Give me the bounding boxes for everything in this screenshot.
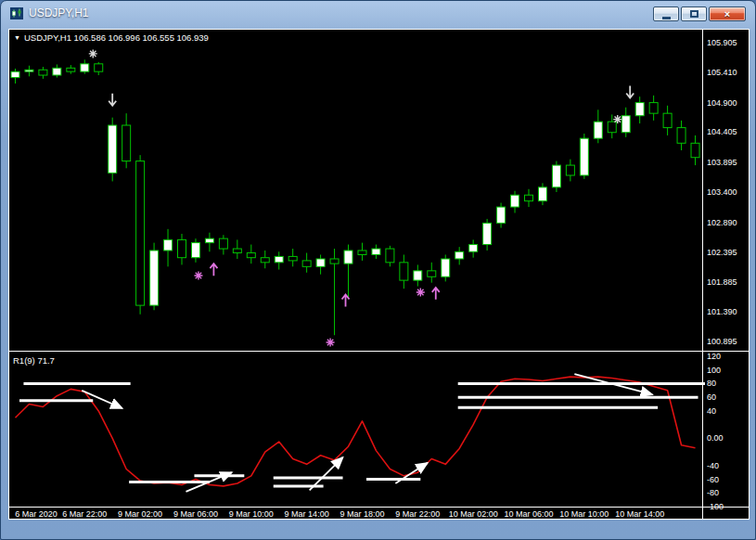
- svg-text:10 Mar 10:00: 10 Mar 10:00: [559, 509, 609, 519]
- star-signal-icon: [416, 288, 425, 296]
- svg-text:104.405: 104.405: [707, 127, 737, 136]
- minimize-button[interactable]: [653, 6, 679, 21]
- svg-text:9 Mar 22:00: 9 Mar 22:00: [395, 509, 440, 519]
- symbol-dropdown-arrow-icon[interactable]: ▼: [14, 34, 20, 41]
- svg-text:100: 100: [707, 366, 721, 375]
- minimize-icon: [662, 17, 671, 19]
- svg-text:6 Mar 2020: 6 Mar 2020: [15, 509, 58, 519]
- window-titlebar[interactable]: USDJPY,H1 ×: [1, 1, 755, 29]
- svg-text:103.895: 103.895: [707, 158, 737, 167]
- window-title: USDJPY,H1: [29, 6, 88, 19]
- svg-text:105.410: 105.410: [707, 68, 737, 77]
- svg-text:-60: -60: [707, 475, 719, 484]
- svg-text:-100: -100: [707, 502, 724, 511]
- svg-text:-80: -80: [707, 488, 719, 497]
- chart-window-icon: [10, 7, 23, 19]
- svg-text:102.395: 102.395: [707, 248, 737, 257]
- svg-text:104.900: 104.900: [707, 98, 737, 108]
- svg-text:-40: -40: [707, 461, 719, 470]
- svg-text:60: 60: [707, 392, 716, 402]
- maximize-icon: [690, 10, 698, 18]
- svg-text:10 Mar 14:00: 10 Mar 14:00: [615, 509, 664, 519]
- svg-text:80: 80: [707, 379, 716, 388]
- svg-text:120: 120: [707, 352, 721, 361]
- svg-text:103.400: 103.400: [707, 187, 737, 197]
- close-icon: ×: [724, 9, 730, 19]
- star-signal-icon: [89, 49, 97, 58]
- svg-text:40: 40: [707, 406, 716, 416]
- chart-canvas[interactable]: 105.905105.410104.900104.405103.895103.4…: [8, 29, 750, 520]
- mt4-chart-window: USDJPY,H1 × 105.905105.410104.900104.405…: [0, 0, 756, 540]
- close-button[interactable]: ×: [709, 6, 746, 21]
- svg-text:101.885: 101.885: [707, 277, 737, 287]
- svg-text:102.890: 102.890: [707, 218, 737, 227]
- svg-text:9 Mar 14:00: 9 Mar 14:00: [285, 509, 329, 519]
- window-controls: ×: [653, 6, 746, 21]
- svg-text:9 Mar 02:00: 9 Mar 02:00: [118, 509, 162, 519]
- svg-text:6 Mar 22:00: 6 Mar 22:00: [62, 509, 107, 519]
- star-signal-icon: [327, 338, 335, 346]
- svg-text:10 Mar 06:00: 10 Mar 06:00: [504, 509, 553, 519]
- svg-text:9 Mar 10:00: 9 Mar 10:00: [229, 509, 274, 519]
- chart-region: 105.905105.410104.900104.405103.895103.4…: [8, 29, 750, 520]
- svg-text:0.00: 0.00: [707, 433, 724, 443]
- svg-text:101.390: 101.390: [707, 307, 737, 316]
- star-signal-icon: [194, 271, 202, 279]
- svg-text:105.905: 105.905: [707, 38, 737, 47]
- star-signal-icon: [613, 115, 621, 123]
- svg-text:9 Mar 18:00: 9 Mar 18:00: [340, 509, 384, 519]
- svg-text:9 Mar 06:00: 9 Mar 06:00: [173, 509, 218, 519]
- svg-text:100.895: 100.895: [707, 337, 737, 346]
- svg-text:10 Mar 02:00: 10 Mar 02:00: [449, 509, 498, 519]
- maximize-button[interactable]: [681, 6, 707, 21]
